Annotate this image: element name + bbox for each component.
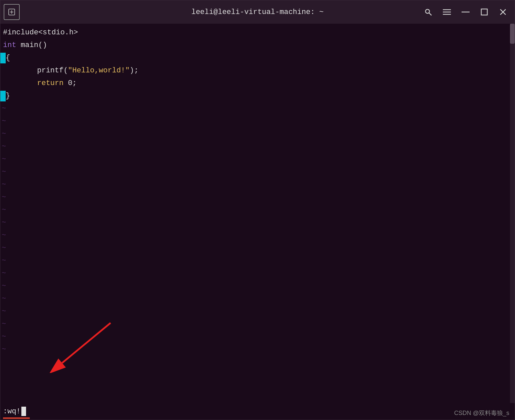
- tilde-line-13: ~: [0, 255, 515, 267]
- window-title: leeli@leeli-virtual-machine: ~: [191, 8, 324, 16]
- code-content: #include<stdio.h> int main() { printf("H…: [0, 24, 515, 403]
- watermark: CSDN @双料毒狼_s: [454, 409, 509, 417]
- printf-line: printf("Hello,world!");: [0, 64, 139, 77]
- tilde-line-2: ~: [0, 115, 515, 128]
- close-icon: [500, 9, 506, 15]
- editor-area[interactable]: #include<stdio.h> int main() { printf("H…: [0, 24, 515, 403]
- maximize-icon: [481, 8, 488, 16]
- title-bar-right: [420, 4, 511, 20]
- tilde-line-8: ~: [0, 191, 515, 204]
- menu-button[interactable]: [439, 4, 455, 20]
- tilde-line-19: ~: [0, 331, 515, 343]
- tilde-line-18: ~: [0, 318, 515, 331]
- tilde-line-20: ~: [0, 343, 515, 356]
- menu-icon: [443, 9, 451, 15]
- tilde-line-3: ~: [0, 128, 515, 140]
- command-underline: [3, 417, 30, 419]
- tilde-line-5: ~: [0, 153, 515, 166]
- open-brace: {: [6, 52, 10, 64]
- tilde-line-12: ~: [0, 242, 515, 255]
- cursor-highlight: [0, 53, 6, 63]
- tilde-line-7: ~: [0, 178, 515, 191]
- command-cursor: [21, 407, 26, 416]
- code-line-3: {: [0, 52, 515, 64]
- tilde-line-17: ~: [0, 305, 515, 318]
- close-button[interactable]: [495, 4, 511, 20]
- code-line-1: #include<stdio.h>: [0, 26, 515, 39]
- svg-rect-9: [481, 9, 487, 15]
- int-keyword: int main(): [0, 39, 47, 52]
- search-button[interactable]: [420, 4, 437, 20]
- include-directive: #include<stdio.h>: [0, 26, 78, 39]
- code-line-2: int main(): [0, 39, 515, 52]
- code-line-5: return 0;: [0, 77, 515, 90]
- new-tab-button[interactable]: [4, 4, 20, 20]
- tilde-line-6: ~: [0, 166, 515, 178]
- title-bar: leeli@leeli-virtual-machine: ~: [0, 0, 515, 24]
- svg-point-3: [425, 9, 430, 13]
- tilde-line-14: ~: [0, 267, 515, 280]
- tilde-line-11: ~: [0, 229, 515, 242]
- maximize-button[interactable]: [476, 4, 493, 20]
- tilde-line-1: ~: [0, 102, 515, 115]
- status-bar: :wq! CSDN @双料毒狼_s: [0, 403, 515, 420]
- return-line: return 0;: [0, 77, 77, 90]
- close-brace: }: [6, 90, 10, 102]
- terminal-window: leeli@leeli-virtual-machine: ~: [0, 0, 515, 420]
- cursor-highlight-2: [0, 91, 6, 101]
- tilde-line-16: ~: [0, 293, 515, 305]
- command-text: :wq!: [3, 407, 21, 416]
- tilde-line-4: ~: [0, 140, 515, 153]
- minimize-button[interactable]: [457, 4, 474, 20]
- tilde-line-9: ~: [0, 204, 515, 217]
- search-icon: [424, 8, 432, 16]
- minimize-icon: [462, 11, 470, 13]
- title-bar-left: [4, 4, 20, 20]
- code-line-4: printf("Hello,world!");: [0, 64, 515, 77]
- command-line: :wq!: [3, 407, 26, 416]
- tilde-line-10: ~: [0, 217, 515, 229]
- scrollbar-thumb[interactable]: [510, 24, 515, 44]
- tilde-line-15: ~: [0, 280, 515, 293]
- svg-line-4: [429, 13, 432, 15]
- code-line-6: }: [0, 90, 515, 102]
- scrollbar[interactable]: [510, 24, 515, 403]
